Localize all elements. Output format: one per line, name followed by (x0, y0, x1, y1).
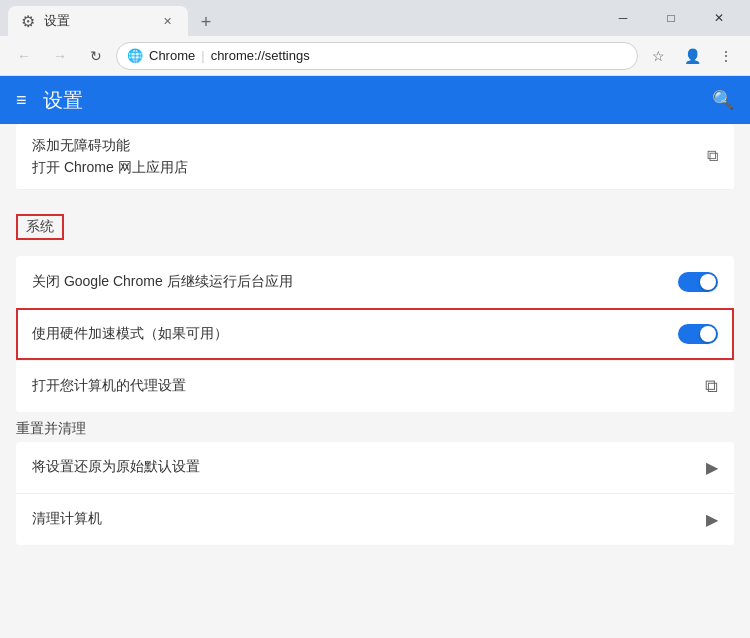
content-area: 添加无障碍功能 打开 Chrome 网上应用店 ⧉ 系统 关闭 Google C… (0, 124, 750, 638)
bookmark-button[interactable]: ☆ (642, 40, 674, 72)
forward-button[interactable]: → (44, 40, 76, 72)
accessibility-line1: 添加无障碍功能 (32, 134, 707, 156)
tab-close-button[interactable]: ✕ (158, 12, 176, 30)
restore-defaults-label: 将设置还原为原始默认设置 (32, 458, 706, 476)
title-bar: ⚙ 设置 ✕ + ─ □ ✕ (0, 0, 750, 36)
restore-defaults-item[interactable]: 将设置还原为原始默认设置 ▶ (16, 442, 734, 494)
restore-defaults-arrow: ▶ (706, 458, 718, 477)
accessibility-link-icon[interactable]: ⧉ (707, 147, 718, 165)
new-tab-button[interactable]: + (192, 8, 220, 36)
background-apps-setting: 关闭 Google Chrome 后继续运行后台应用 (16, 256, 734, 308)
reset-section-title: 重置并清理 (16, 420, 734, 438)
system-section-title: 系统 (16, 214, 64, 240)
maximize-button[interactable]: □ (648, 3, 694, 33)
hardware-acceleration-label: 使用硬件加速模式（如果可用） (32, 325, 678, 343)
address-bar-icon: 🌐 (127, 48, 143, 63)
background-apps-label: 关闭 Google Chrome 后继续运行后台应用 (32, 273, 678, 291)
close-button[interactable]: ✕ (696, 3, 742, 33)
address-separator: | (201, 48, 204, 63)
accessibility-line2: 打开 Chrome 网上应用店 (32, 156, 707, 178)
settings-search-icon[interactable]: 🔍 (712, 89, 734, 111)
accessibility-text: 添加无障碍功能 打开 Chrome 网上应用店 (32, 134, 707, 179)
tab-title: 设置 (44, 12, 150, 30)
nav-right-buttons: ☆ 👤 ⋮ (642, 40, 742, 72)
nav-bar: ← → ↻ 🌐 Chrome | chrome://settings ☆ 👤 ⋮ (0, 36, 750, 76)
window-controls: ─ □ ✕ (600, 3, 742, 33)
cleanup-computer-arrow: ▶ (706, 510, 718, 529)
proxy-link-icon[interactable]: ⧉ (705, 376, 718, 397)
settings-header: ≡ 设置 🔍 (0, 76, 750, 124)
tab-strip: ⚙ 设置 ✕ + (8, 0, 596, 36)
menu-button[interactable]: ⋮ (710, 40, 742, 72)
accessibility-item: 添加无障碍功能 打开 Chrome 网上应用店 ⧉ (16, 124, 734, 190)
scrollable-content[interactable]: 添加无障碍功能 打开 Chrome 网上应用店 ⧉ 系统 关闭 Google C… (0, 124, 750, 638)
proxy-settings-label: 打开您计算机的代理设置 (32, 377, 705, 395)
system-settings-section: 关闭 Google Chrome 后继续运行后台应用 使用硬件加速模式（如果可用… (16, 256, 734, 412)
browser-window: ⚙ 设置 ✕ + ─ □ ✕ ← → ↻ 🌐 Chrome | chrome:/… (0, 0, 750, 638)
reset-settings-section: 将设置还原为原始默认设置 ▶ 清理计算机 ▶ (16, 442, 734, 545)
tab-favicon: ⚙ (20, 13, 36, 29)
system-section-header-row: 系统 (16, 198, 734, 248)
hardware-acceleration-toggle[interactable] (678, 324, 718, 344)
active-tab[interactable]: ⚙ 设置 ✕ (8, 6, 188, 36)
refresh-button[interactable]: ↻ (80, 40, 112, 72)
url-text: chrome://settings (211, 48, 310, 63)
proxy-settings-item: 打开您计算机的代理设置 ⧉ (16, 360, 734, 412)
address-bar[interactable]: 🌐 Chrome | chrome://settings (116, 42, 638, 70)
settings-title: 设置 (43, 87, 696, 114)
toggle-thumb-1 (700, 274, 716, 290)
chrome-label: Chrome (149, 48, 195, 63)
minimize-button[interactable]: ─ (600, 3, 646, 33)
hamburger-icon[interactable]: ≡ (16, 90, 27, 111)
background-apps-toggle[interactable] (678, 272, 718, 292)
back-button[interactable]: ← (8, 40, 40, 72)
cleanup-computer-item[interactable]: 清理计算机 ▶ (16, 494, 734, 545)
profile-button[interactable]: 👤 (676, 40, 708, 72)
accessibility-section: 添加无障碍功能 打开 Chrome 网上应用店 ⧉ (16, 124, 734, 190)
cleanup-computer-label: 清理计算机 (32, 510, 706, 528)
hardware-acceleration-setting: 使用硬件加速模式（如果可用） (16, 308, 734, 360)
toggle-thumb-2 (700, 326, 716, 342)
